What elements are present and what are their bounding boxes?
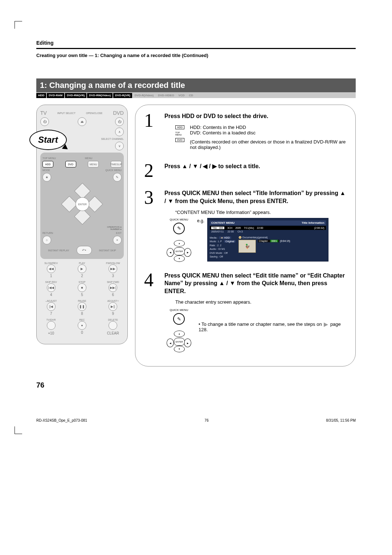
open-close-button: ⏏ <box>78 117 86 126</box>
clear-label: CLEAR <box>102 331 124 335</box>
dpad-enter: ENTER <box>75 197 89 211</box>
adjust-minus-button: ||◀ <box>47 302 56 311</box>
step-4-quickmenu-label: QUICK MENU <box>170 308 188 312</box>
osd-title-label: Title : 006 <box>211 227 224 229</box>
step-3-controls: QUICK MENU ✎ ▲ ▼ ◀ ▶ ENTER <box>164 218 193 261</box>
num-2: 2 <box>71 274 93 278</box>
osd-ch2: Ch:3 <box>237 230 243 233</box>
dpad-enter-icon-2: ENTER <box>174 338 185 346</box>
divider <box>36 48 356 49</box>
footer-left: RD-XS24SB_Ope_E_p073-081 <box>36 418 87 422</box>
stop-button: ■ <box>78 283 86 292</box>
osd-keyvalues: Media : 📼 HDD Mode : L P Original Rate :… <box>210 236 236 259</box>
chip-vcd: VCD <box>177 93 187 98</box>
osd-brand: CONTENT MENU <box>211 221 234 224</box>
hdd-button: HDD <box>42 161 53 167</box>
step-3-number: 3 <box>144 189 160 261</box>
dpad-left-icon: ◀ <box>167 248 174 257</box>
step-4-controls: QUICK MENU ✎ ▲ ▼ ◀ ▶ ENTER <box>164 308 193 352</box>
remote-dpad: ENTER <box>62 184 102 224</box>
adjust-plus-label: ADJUST+ <box>102 300 124 302</box>
slow-rev-button: ◀◀ <box>47 264 56 273</box>
step-4: 4 Press QUICK MENU then select “Edit tit… <box>144 272 347 352</box>
channel-down-button: ∨ <box>115 142 124 150</box>
top-menu-label: TOP MENU <box>42 157 56 159</box>
step-3: 3 Press QUICK MENU then select “Title In… <box>144 189 347 261</box>
step-1-note-2: DVD: Contents in a loaded disc <box>190 130 347 135</box>
dpad-left-icon-2: ◀ <box>167 339 174 347</box>
step-4-dpad: ▲ ▼ ◀ ▶ ENTER <box>169 331 189 352</box>
dpad-up-icon-2: ▲ <box>174 331 185 337</box>
osd-duration: (2:06:32) <box>314 227 324 229</box>
step-1-heading: Press HDD or DVD to select the drive. <box>164 112 347 120</box>
step-1-note-1: HDD: Contents in the HDD <box>190 125 347 130</box>
step-1-note-3: (Contents recorded on other devices or t… <box>190 139 347 150</box>
tvdvr-button <box>47 321 56 330</box>
menu-label: MENU <box>85 157 93 159</box>
fwd-slow-label: FWD/SLOW <box>102 262 124 264</box>
num-7: 7 <box>40 312 62 316</box>
step-3-quickmenu-label: QUICK MENU <box>170 218 188 221</box>
step-2-heading: Press ▲ / ▼ / ◀ / ▶ to select a title. <box>164 162 347 170</box>
chip-cd: CD <box>187 93 195 98</box>
step-1: 1 Press HDD or DVD to select the drive. … <box>144 112 347 152</box>
page-title: 1: Changing a name of a recorded title <box>36 78 356 92</box>
fwd-slow-button: ▶▶ <box>109 264 117 273</box>
instant-skip-label: INSTANT SKIP <box>99 249 116 252</box>
section-tag: Editing <box>36 40 356 46</box>
exit-button: × <box>113 236 122 244</box>
skip-rev-label: SKIP REV <box>40 281 62 283</box>
chip-hdd: HDD <box>36 93 46 98</box>
plus10-label: +10 <box>40 331 62 335</box>
power-tv-button: ⏻ <box>40 117 49 126</box>
exit-label: EXIT <box>116 232 122 234</box>
chip-dvdvideo: DVD-VIDEO <box>156 93 176 98</box>
num-9: 9 <box>102 312 124 316</box>
channel-up-button: ∧ <box>115 127 124 136</box>
quick-menu-icon-2: ✎ <box>173 313 185 325</box>
step-1-number: 1 <box>144 112 160 152</box>
quick-menu-label: QUICK MENU <box>105 169 122 171</box>
top-menu-mini-label: TOP MENU <box>175 131 185 136</box>
dpad-right-icon: ▶ <box>184 248 191 257</box>
chip-dvdrw-video: DVD-RW(Video) <box>87 93 113 98</box>
adjust-minus-label: –ADJUST <box>40 300 62 302</box>
return-button: ○ <box>42 236 51 244</box>
osd-section: Title Information <box>302 221 324 224</box>
num-5: 5 <box>71 293 93 297</box>
num-4: 4 <box>40 293 62 297</box>
skip-fwd-button: ▶▶| <box>109 283 117 292</box>
remote-input-select-label: INPUT SELECT <box>57 112 75 114</box>
stop-label: STOP <box>71 281 93 283</box>
num-8: 8 <box>71 312 93 316</box>
step-4-number: 4 <box>144 272 160 352</box>
remote-control-illustration: Start TV INPUT SELECT OPEN/CLOSE DVD ⏻ ⏏… <box>36 105 128 344</box>
step-4-bullet: • To change a title name or chapter name… <box>199 321 347 352</box>
step-3-heading: Press QUICK MENU then select “Title Info… <box>164 189 347 205</box>
dpad-up <box>74 183 90 199</box>
dpad-down-icon: ▼ <box>174 255 185 262</box>
remote-open-close-label: OPEN/CLOSE <box>86 112 103 114</box>
chip-dvdr-vr: DVD-R(VR) <box>113 93 132 98</box>
delete-button <box>109 321 117 330</box>
pause-label: PAUSE <box>71 300 93 302</box>
num-0: 0 <box>71 331 93 335</box>
delete-label: DELETE <box>102 319 124 321</box>
instant-replay-button: ↶• <box>77 246 92 255</box>
osd-date: 7/11(Mo) <box>244 227 254 229</box>
menu-button: MENU <box>88 161 99 167</box>
num-6: 6 <box>102 293 124 297</box>
page-ref-arrow-icon <box>324 323 328 327</box>
select-channel-label: SELECT CHANNEL <box>101 138 124 140</box>
step-1-notes: HDD: Contents in the HDD DVD: Contents i… <box>190 125 347 150</box>
dvd-button: DVD <box>65 161 76 167</box>
step-4-heading: Press QUICK MENU then select “Edit title… <box>164 272 347 295</box>
breadcrumb: Creating your own title — 1: Changing a … <box>36 53 356 58</box>
page-number: 76 <box>36 381 356 389</box>
step-2-number: 2 <box>144 162 160 179</box>
footer: RD-XS24SB_Ope_E_p073-081 76 8/31/05, 11:… <box>36 418 356 422</box>
slow-rev-label: SLOW/REV <box>40 262 62 264</box>
chip-dvdr-video: DVD-R(Video) <box>133 93 155 98</box>
media-compat-row: HDD DVD-RAM DVD-RW(VR) DVD-RW(Video) DVD… <box>36 92 356 98</box>
chip-dvdram: DVD-RAM <box>47 93 64 98</box>
